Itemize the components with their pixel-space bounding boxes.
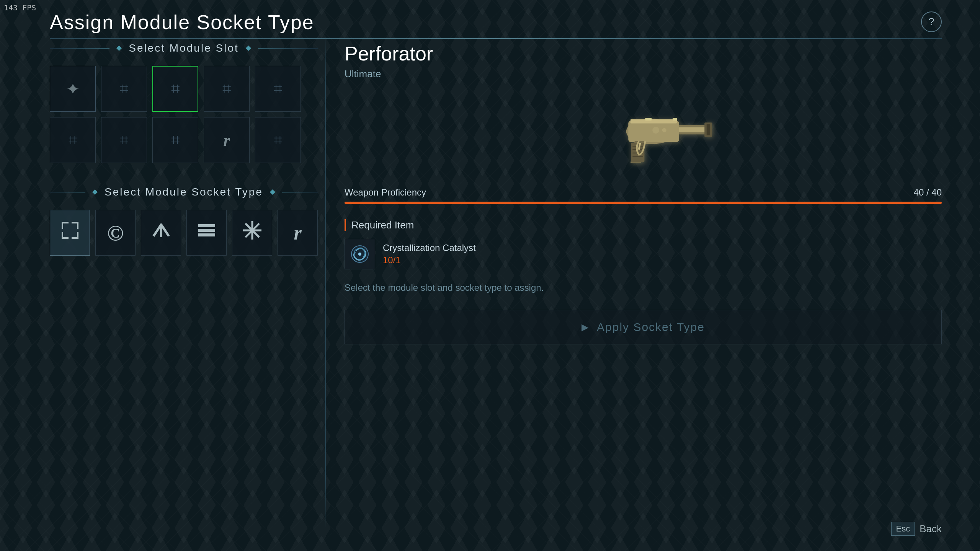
svg-rect-1	[62, 222, 63, 229]
header-line-left	[50, 48, 109, 49]
socket-arrow-icon	[150, 219, 173, 246]
apply-arrow-icon: ▶	[581, 322, 589, 333]
svg-rect-33	[673, 118, 677, 121]
socket-star-icon	[241, 219, 264, 246]
socket-header-dot-right	[270, 189, 275, 195]
header-dot-right	[246, 46, 251, 51]
proficiency-bar-fill	[345, 202, 942, 204]
weapon-name: Perforator	[345, 42, 942, 65]
socket-type-btn-5[interactable]: r	[278, 210, 318, 256]
svg-point-31	[662, 128, 666, 132]
weapon-image-area	[563, 91, 724, 176]
slot-bracket-icon-3: ⌗	[222, 80, 231, 98]
required-item-count: 10/1	[383, 255, 401, 265]
select-socket-title: Select Module Socket Type	[105, 186, 263, 198]
slot-bracket-icon-7: ⌗	[171, 131, 180, 149]
slot-r-icon-8: r	[223, 130, 230, 150]
module-slot-header: Select Module Slot	[50, 42, 318, 54]
required-item-info: Crystallization Catalyst 10/1	[383, 243, 476, 266]
socket-header-line-right	[282, 192, 318, 192]
right-panel: Perforator Ultimate	[345, 42, 942, 344]
fps-counter: 143 FPS	[4, 3, 36, 12]
apply-button-label: Apply Socket Type	[597, 321, 705, 334]
header-line-right	[258, 48, 318, 49]
required-item: Crystallization Catalyst 10/1	[345, 239, 942, 269]
svg-rect-19	[707, 124, 710, 135]
required-title: Required Item	[345, 219, 942, 231]
socket-type-btn-2[interactable]	[141, 210, 181, 256]
svg-rect-32	[645, 118, 652, 121]
socket-types-container: ©	[50, 210, 318, 256]
socket-type-btn-1[interactable]: ©	[95, 210, 136, 256]
socket-bars-icon	[195, 219, 218, 246]
socket-r-icon: r	[294, 222, 301, 244]
proficiency-label: Weapon Proficiency	[345, 187, 426, 198]
svg-point-30	[652, 127, 659, 134]
socket-header-dot-left	[92, 189, 98, 195]
slot-bracket-icon-1: ⌗	[120, 80, 129, 98]
select-slot-title: Select Module Slot	[129, 42, 238, 54]
module-slot-7[interactable]: ⌗	[152, 117, 198, 163]
svg-rect-22	[630, 119, 677, 123]
module-slot-5[interactable]: ⌗	[50, 117, 96, 163]
page-title: Assign Module Socket Type	[50, 11, 314, 34]
catalyst-icon-box	[345, 239, 375, 269]
vertical-divider	[325, 34, 326, 528]
svg-rect-11	[198, 233, 215, 236]
svg-rect-9	[198, 224, 215, 227]
socket-type-btn-3[interactable]	[186, 210, 227, 256]
svg-rect-5	[62, 232, 63, 239]
required-section: Required Item Crystallization Catalyst 1…	[345, 219, 942, 269]
module-slot-9[interactable]: ⌗	[255, 117, 301, 163]
header-dot-left	[116, 46, 122, 51]
slot-bracket-icon-9: ⌗	[274, 131, 283, 149]
proficiency-section: Weapon Proficiency 40 / 40	[345, 187, 942, 204]
module-slot-4[interactable]: ⌗	[255, 66, 301, 112]
esc-key-label: Esc	[891, 522, 915, 536]
back-button[interactable]: Esc Back	[891, 522, 942, 536]
slot-bracket-icon-2: ⌗	[171, 80, 180, 98]
socket-bracket-icon	[59, 219, 82, 246]
apply-socket-type-button[interactable]: ▶ Apply Socket Type	[345, 310, 942, 344]
left-panel: Select Module Slot ✦ ⌗ ⌗ ⌗ ⌗ ⌗ ⌗ ⌗	[50, 42, 318, 256]
module-slot-0[interactable]: ✦	[50, 66, 96, 112]
module-slot-2[interactable]: ⌗	[152, 66, 198, 112]
svg-point-35	[358, 253, 361, 256]
weapon-type: Ultimate	[345, 68, 942, 80]
socket-type-btn-0[interactable]	[50, 210, 90, 256]
proficiency-label-row: Weapon Proficiency 40 / 40	[345, 187, 942, 198]
help-button[interactable]: ?	[921, 11, 942, 32]
svg-rect-10	[198, 229, 215, 232]
svg-rect-3	[77, 222, 78, 229]
proficiency-bar-bg	[345, 202, 942, 204]
slot-bracket-icon-5: ⌗	[69, 131, 77, 149]
module-slot-3[interactable]: ⌗	[204, 66, 250, 112]
slot-bracket-icon-6: ⌗	[120, 131, 129, 149]
module-grid: ✦ ⌗ ⌗ ⌗ ⌗ ⌗ ⌗ ⌗ r ⌗	[50, 66, 318, 163]
catalyst-swirl-icon	[348, 243, 371, 266]
module-slot-1[interactable]: ⌗	[101, 66, 147, 112]
proficiency-value: 40 / 40	[914, 187, 942, 198]
slot-bracket-icon-4: ⌗	[274, 80, 283, 98]
module-slot-8[interactable]: r	[204, 117, 250, 163]
slot-star-icon-0: ✦	[66, 79, 80, 99]
info-text: Select the module slot and socket type t…	[345, 281, 942, 295]
required-item-name: Crystallization Catalyst	[383, 243, 476, 253]
socket-type-btn-4[interactable]	[232, 210, 272, 256]
module-slot-6[interactable]: ⌗	[101, 117, 147, 163]
socket-header-line-left	[50, 192, 85, 192]
weapon-image	[563, 91, 724, 176]
socket-type-header: Select Module Socket Type	[50, 186, 318, 198]
title-divider	[50, 38, 942, 39]
back-label: Back	[920, 523, 942, 535]
socket-c-icon: ©	[107, 220, 124, 246]
svg-rect-7	[77, 232, 78, 239]
